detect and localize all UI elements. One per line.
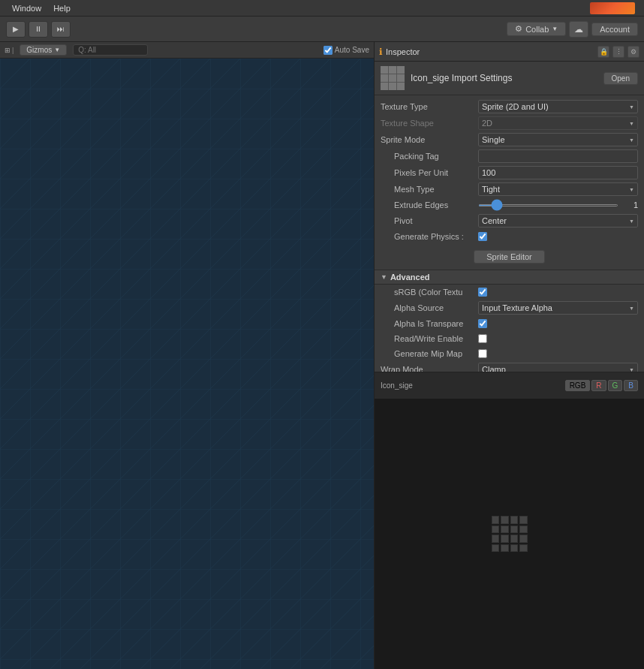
- sprite-mode-select[interactable]: Single: [478, 133, 638, 146]
- texture-icon: [381, 66, 405, 90]
- extrude-edges-slider[interactable]: [478, 204, 618, 206]
- menu-help[interactable]: Help: [47, 4, 77, 13]
- texture-preview-icon: [492, 516, 528, 552]
- texture-type-select[interactable]: Sprite (2D and UI): [478, 100, 638, 113]
- wrap-mode-label: Wrap Mode: [381, 365, 478, 372]
- packing-tag-input[interactable]: [478, 149, 638, 163]
- scene-grid-svg: [0, 59, 374, 669]
- pivot-dropdown-container: Center: [478, 214, 638, 228]
- srgb-checkbox[interactable]: [478, 288, 487, 297]
- generate-physics-label: Generate Physics :: [381, 232, 478, 241]
- import-settings-header: Icon_sige Import Settings Open: [375, 62, 644, 95]
- g-channel-button[interactable]: G: [608, 380, 623, 391]
- texture-preview: [375, 399, 644, 669]
- gizmos-button[interactable]: Gizmos ▼: [20, 44, 67, 56]
- rgb-button[interactable]: RGB: [565, 380, 591, 391]
- settings-icon-button[interactable]: ⚙: [627, 46, 639, 58]
- collab-button[interactable]: ⚙ Collab ▼: [507, 22, 566, 36]
- extrude-edges-label: Extrude Edges: [381, 200, 478, 209]
- menu-window[interactable]: Window: [6, 4, 47, 13]
- alpha-source-dropdown-container: Input Texture Alpha: [478, 301, 638, 315]
- inspector-panel: ℹ Inspector 🔒 ⋮ ⚙ Icon_sige Import Setti…: [374, 42, 644, 669]
- alpha-source-select[interactable]: Input Texture Alpha: [478, 301, 638, 315]
- collab-dropdown-icon: ▼: [552, 26, 558, 32]
- gizmos-dropdown-icon: ▼: [54, 47, 60, 53]
- pivot-select[interactable]: Center: [478, 214, 638, 228]
- pivot-label: Pivot: [381, 216, 478, 225]
- sprite-mode-row: Sprite Mode Single: [375, 131, 644, 148]
- menu-bar: Window Help: [0, 0, 644, 17]
- b-channel-button[interactable]: B: [624, 380, 638, 391]
- texture-type-label: Texture Type: [381, 102, 478, 111]
- main-area: ⊞ | Gizmos ▼ Auto Save: [0, 42, 644, 669]
- texture-shape-row: Texture Shape 2D: [375, 115, 644, 131]
- r-channel-button[interactable]: R: [591, 380, 606, 391]
- advanced-arrow-icon: ▼: [381, 273, 387, 281]
- rgb-buttons: RGB R G B: [565, 380, 638, 391]
- scene-view: ⊞ | Gizmos ▼ Auto Save: [0, 42, 374, 669]
- pixels-per-unit-input[interactable]: [478, 166, 638, 179]
- packing-tag-row: Packing Tag: [375, 148, 644, 164]
- sprite-mode-dropdown-container: Single: [478, 133, 638, 146]
- read-write-checkbox[interactable]: [478, 334, 487, 343]
- pivot-row: Pivot Center: [375, 212, 644, 229]
- sprite-editor-container: Sprite Editor: [375, 244, 644, 270]
- generate-physics-row: Generate Physics :: [375, 229, 644, 244]
- gen-mip-row: Generate Mip Map: [375, 346, 644, 361]
- scene-toolbar: ⊞ | Gizmos ▼ Auto Save: [0, 42, 374, 59]
- wrap-mode-row: Wrap Mode Clamp: [375, 361, 644, 372]
- mesh-type-label: Mesh Type: [381, 185, 478, 194]
- texture-type-row: Texture Type Sprite (2D and UI): [375, 98, 644, 115]
- texture-shape-dropdown-container: 2D: [478, 116, 638, 130]
- kebab-menu-button[interactable]: ⋮: [612, 46, 624, 58]
- srgb-label: sRGB (Color Textu: [381, 288, 478, 297]
- advanced-section-header[interactable]: ▼ Advanced: [375, 270, 644, 285]
- advanced-section-title: Advanced: [390, 273, 430, 282]
- preview-bar: Icon_sige RGB R G B: [375, 372, 644, 399]
- pixels-per-unit-row: Pixels Per Unit: [375, 164, 644, 181]
- preview-filename: Icon_sige: [381, 381, 561, 390]
- alpha-transparent-row: Alpha Is Transpare: [375, 316, 644, 331]
- account-button[interactable]: Account: [591, 23, 638, 36]
- main-toolbar: ▶ ⏸ ⏭ ⚙ Collab ▼ ☁ Account: [0, 17, 644, 42]
- unity-logo: [590, 2, 635, 14]
- mesh-type-row: Mesh Type Tight: [375, 181, 644, 197]
- wrap-mode-dropdown-container: Clamp: [478, 363, 638, 372]
- alpha-source-label: Alpha Source: [381, 303, 478, 312]
- gen-mip-checkbox[interactable]: [478, 349, 487, 358]
- inspector-header: ℹ Inspector 🔒 ⋮ ⚙: [375, 42, 644, 62]
- read-write-label: Read/Write Enable: [381, 334, 478, 343]
- inspector-toolbar-icons: 🔒 ⋮ ⚙: [597, 46, 639, 58]
- pixels-per-unit-label: Pixels Per Unit: [381, 168, 478, 177]
- texture-type-dropdown-container: Sprite (2D and UI): [478, 100, 638, 113]
- maximize-icon: ⊞: [5, 47, 11, 54]
- open-button[interactable]: Open: [603, 72, 638, 85]
- pause-button[interactable]: ⏸: [29, 21, 48, 38]
- collab-icon: ⚙: [515, 24, 522, 34]
- cloud-button[interactable]: ☁: [569, 21, 588, 38]
- scene-search-input[interactable]: [73, 44, 148, 56]
- sprite-editor-button[interactable]: Sprite Editor: [474, 250, 545, 264]
- mesh-type-select[interactable]: Tight: [478, 182, 638, 196]
- lock-icon-button[interactable]: 🔒: [597, 46, 609, 58]
- import-title: Icon_sige Import Settings: [411, 73, 597, 83]
- generate-physics-checkbox[interactable]: [478, 232, 487, 241]
- settings-content: Texture Type Sprite (2D and UI) Texture …: [375, 95, 644, 372]
- texture-shape-select[interactable]: 2D: [478, 116, 638, 130]
- sprite-mode-label: Sprite Mode: [381, 135, 478, 144]
- packing-tag-label: Packing Tag: [381, 152, 478, 161]
- gen-mip-label: Generate Mip Map: [381, 349, 478, 358]
- svg-rect-3: [0, 59, 374, 669]
- alpha-source-row: Alpha Source Input Texture Alpha: [375, 300, 644, 316]
- extrude-edges-value: 1: [623, 200, 638, 209]
- wrap-mode-select[interactable]: Clamp: [478, 363, 638, 372]
- alpha-transparent-label: Alpha Is Transpare: [381, 319, 478, 328]
- extrude-edges-row: Extrude Edges 1: [375, 197, 644, 212]
- texture-shape-label: Texture Shape: [381, 119, 478, 128]
- alpha-transparent-checkbox[interactable]: [478, 319, 487, 328]
- inspector-title: Inspector: [386, 47, 420, 56]
- srgb-row: sRGB (Color Textu: [375, 285, 644, 300]
- auto-save-checkbox[interactable]: [324, 46, 333, 55]
- step-button[interactable]: ⏭: [51, 21, 71, 38]
- play-button[interactable]: ▶: [6, 21, 26, 38]
